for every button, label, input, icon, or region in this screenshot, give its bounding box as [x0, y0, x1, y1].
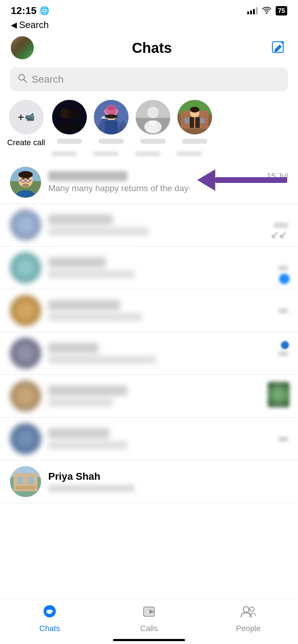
chats-icon — [42, 605, 57, 622]
svg-point-18 — [108, 106, 115, 110]
chat-preview-6 — [48, 399, 113, 406]
time-display: 12:15 — [11, 5, 37, 17]
story-item-3[interactable] — [136, 100, 170, 144]
status-time: 12:15 🌐 — [11, 5, 49, 17]
chat-item-1[interactable]: 15 Jul Many many happy returns of the da… — [0, 161, 298, 204]
battery-level: 75 — [278, 7, 285, 15]
chat-content-5 — [48, 343, 271, 364]
svg-line-4 — [24, 79, 27, 82]
chat-content-3 — [48, 257, 271, 278]
nav-tab-chats[interactable]: Chats — [28, 605, 71, 633]
story-item-1[interactable] — [52, 100, 87, 144]
bottom-nav: Chats Calls People — [0, 599, 298, 644]
chat-time-7: ●● — [278, 434, 288, 443]
chat-item-3[interactable]: ●● 1 — [0, 247, 298, 289]
badge-3: 1 — [279, 274, 289, 284]
story-avatar-3 — [136, 100, 170, 134]
story-names-row — [0, 152, 298, 161]
chat-list: 15 Jul Many many happy returns of the da… — [0, 161, 298, 503]
chat-name-2 — [48, 215, 113, 225]
chat-avatar-2 — [10, 210, 41, 240]
chat-time-4: ●● — [278, 306, 288, 315]
search-bar-container: Search — [0, 64, 298, 97]
signal-icon — [247, 7, 258, 14]
chat-item-5[interactable]: ●● 🔵 — [0, 332, 298, 375]
chat-preview-4 — [48, 313, 142, 321]
svg-rect-37 — [190, 117, 194, 128]
chat-content-7 — [48, 428, 271, 449]
story-item-4[interactable] — [177, 100, 212, 144]
story-name-3 — [140, 139, 166, 144]
create-call-button[interactable]: + 📹 Create call — [7, 100, 45, 147]
svg-point-53 — [22, 184, 29, 187]
search-icon — [17, 73, 27, 86]
create-call-label: Create call — [7, 138, 45, 147]
story-item-2[interactable] — [94, 100, 128, 144]
read-icon-2: ↙↙ — [271, 229, 287, 240]
chat-content-2 — [48, 215, 266, 235]
chat-preview-5 — [48, 356, 156, 364]
svg-rect-20 — [107, 115, 110, 118]
svg-point-9 — [66, 122, 80, 132]
story-name-4 — [182, 139, 207, 144]
user-avatar[interactable] — [11, 36, 34, 59]
status-bar: 12:15 🌐 75 — [0, 0, 298, 19]
create-call-circle: + 📹 — [9, 100, 44, 134]
chat-item-priya[interactable]: Priya Shah — [0, 460, 298, 503]
arrow-head — [197, 169, 215, 191]
nav-tab-calls[interactable]: Calls — [127, 605, 171, 633]
svg-rect-59 — [15, 486, 36, 489]
search-bar[interactable]: Search — [10, 67, 288, 91]
chat-item-7[interactable]: ●● — [0, 418, 298, 460]
story-name-2 — [99, 139, 124, 144]
svg-point-65 — [243, 607, 249, 612]
svg-line-47 — [27, 178, 29, 179]
nav-tab-people[interactable]: People — [227, 605, 270, 633]
nav-back[interactable]: ◀ Search — [0, 19, 298, 33]
chat-preview-3 — [48, 270, 135, 278]
story-avatar-4 — [177, 100, 212, 134]
svg-point-26 — [147, 107, 159, 118]
status-icons: 75 — [247, 6, 287, 15]
search-placeholder: Search — [32, 74, 64, 85]
story-avatar-2 — [94, 100, 128, 134]
svg-point-19 — [105, 114, 118, 119]
chats-label: Chats — [39, 624, 60, 633]
chat-preview-text-1: Many many happy returns of the day· — [48, 183, 191, 193]
svg-rect-21 — [112, 115, 115, 118]
chat-avatar-3 — [10, 252, 41, 283]
chat-time-3: ●● — [278, 263, 288, 272]
svg-rect-23 — [105, 120, 118, 134]
svg-line-46 — [22, 178, 24, 179]
story-name-1 — [57, 139, 82, 144]
arrow-shaft — [215, 177, 287, 183]
chat-name-5 — [48, 343, 99, 353]
compose-button[interactable] — [270, 39, 287, 56]
page-title: Chats — [34, 40, 270, 56]
chat-avatar-1 — [10, 167, 41, 198]
chat-name-3 — [48, 257, 106, 267]
svg-rect-38 — [195, 117, 200, 128]
chat-name-priya: Priya Shah — [48, 471, 100, 482]
svg-rect-58 — [28, 477, 34, 484]
chat-name-6 — [48, 386, 127, 396]
people-label: People — [236, 624, 261, 633]
svg-point-27 — [144, 120, 162, 133]
chat-content-4 — [48, 300, 271, 321]
page-header: Chats — [0, 33, 298, 64]
chat-content-6 — [48, 386, 271, 406]
chat-avatar-6 — [10, 381, 41, 411]
svg-point-7 — [68, 109, 78, 119]
chat-preview-7 — [48, 441, 127, 449]
chat-item-6[interactable]: ●● — [0, 375, 298, 418]
svg-rect-57 — [17, 477, 23, 484]
thumbnail-6 — [268, 382, 289, 407]
plus-icon: + — [18, 111, 24, 124]
chat-item-4[interactable]: ●● — [0, 289, 298, 332]
chat-content-priya: Priya Shah — [48, 471, 288, 492]
calls-icon — [141, 605, 157, 622]
chat-name-7 — [48, 428, 109, 438]
chat-item-2[interactable]: ●●● ↙↙ — [0, 204, 298, 247]
arrow-annotation — [197, 169, 287, 191]
svg-point-39 — [190, 107, 199, 112]
